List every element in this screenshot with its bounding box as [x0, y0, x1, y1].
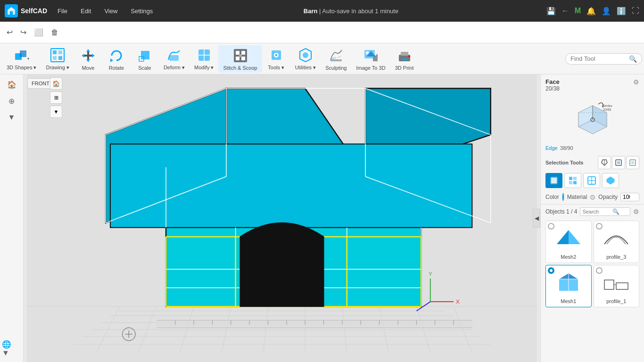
svg-rect-2 — [10, 11, 13, 15]
selection-info: Face 20/38 — [545, 78, 560, 92]
objects-search[interactable]: 🔍 — [580, 207, 630, 216]
project-name: Barn — [304, 8, 318, 15]
toolbar2: ↩ ↪ ⬜ 🗑 — [0, 22, 644, 43]
autosave-text: Auto-save in about 1 minute — [322, 8, 398, 15]
edge-info: Edge 38/90 — [545, 145, 573, 151]
svg-rect-137 — [569, 177, 572, 180]
user-icon[interactable]: 👤 — [602, 7, 611, 16]
obj-card-mesh1[interactable]: Mesh1 — [545, 265, 592, 307]
collapse-panel-button[interactable]: ◀ — [533, 209, 540, 228]
modify-icon — [196, 47, 213, 64]
tool-3d-shapes-label: 3D Shapes ▾ — [7, 65, 36, 71]
maintoolbar: ▾ 3D Shapes ▾ Drawing ▾ — [0, 43, 644, 74]
delete-button[interactable]: 🗑 — [48, 26, 61, 39]
objects-search-icon: 🔍 — [612, 208, 619, 215]
fullscreen-icon[interactable]: ⛶ — [632, 7, 639, 15]
tool-drawing[interactable]: Drawing ▾ — [41, 45, 74, 73]
3d-shapes-icon: ▾ — [13, 47, 30, 64]
center-icon[interactable]: ⊕ — [7, 95, 17, 107]
home-view-button[interactable]: 🏠 — [50, 77, 62, 90]
svg-point-34 — [303, 52, 308, 58]
arrow-down-view-button[interactable]: ▼ — [50, 106, 62, 118]
objects-search-input[interactable] — [582, 209, 611, 214]
sel-tool-3[interactable] — [626, 156, 639, 169]
arrow-down-icon[interactable]: ▼ — [6, 111, 17, 123]
tool-tools-label: Tools ▾ — [268, 65, 284, 71]
svg-rect-19 — [141, 51, 149, 59]
copy-button[interactable]: ⬜ — [31, 26, 46, 39]
tool-deform[interactable]: Deform ▾ — [159, 45, 190, 73]
objects-gear-icon[interactable]: ⚙ — [633, 208, 639, 215]
3d-print-icon — [396, 47, 413, 64]
tool-tools[interactable]: Tools ▾ — [262, 45, 290, 73]
color-picker[interactable] — [562, 193, 564, 201]
logo-icon — [5, 4, 18, 17]
save-icon[interactable]: 💾 — [546, 7, 556, 16]
svg-rect-97 — [157, 320, 472, 328]
tool-3d-print[interactable]: 3D Print — [390, 45, 419, 73]
menu-settings[interactable]: Settings — [128, 6, 156, 16]
obj-card-profile1[interactable]: profile_1 — [594, 265, 640, 307]
cube-navigator[interactable]: Vertex 20/60 — [541, 92, 644, 143]
svg-rect-134 — [631, 161, 634, 164]
obj-name-profile3: profile_3 — [606, 254, 626, 260]
search-icon: 🔍 — [629, 55, 637, 63]
svg-rect-26 — [241, 51, 245, 55]
svg-rect-140 — [573, 181, 577, 184]
obj-card-mesh2[interactable]: Mesh2 — [545, 221, 592, 263]
selection-tools-icons — [598, 156, 639, 169]
obj-card-profile3[interactable]: profile_3 — [594, 221, 640, 263]
tool-utilities[interactable]: Utilities ▾ — [290, 45, 321, 73]
tool-move[interactable]: Move — [74, 45, 102, 73]
find-tool-input[interactable] — [570, 55, 627, 62]
svg-marker-12 — [86, 59, 90, 62]
menu-file[interactable]: File — [55, 6, 70, 16]
center-view-button[interactable]: ⊞ — [50, 91, 62, 104]
svg-rect-20 — [169, 55, 179, 61]
material-label: Material — [567, 194, 587, 200]
wire-mode-button[interactable] — [583, 173, 600, 188]
svg-point-38 — [366, 51, 369, 54]
tool-3d-shapes[interactable]: ▾ 3D Shapes ▾ — [2, 45, 41, 73]
svg-rect-35 — [330, 59, 342, 61]
menu-view[interactable]: View — [101, 6, 120, 16]
tool-scale[interactable]: Scale — [131, 45, 159, 73]
opacity-label: Opacity — [598, 194, 618, 200]
sel-tool-2[interactable] — [612, 156, 625, 169]
material-icon[interactable]: ⊙ — [590, 193, 595, 201]
obj-name-mesh2: Mesh2 — [561, 254, 576, 260]
objects-header: Objects 1 / 4 🔍 ⚙ — [541, 204, 644, 219]
bell-icon[interactable]: 🔔 — [586, 7, 596, 16]
undo-button[interactable]: ↩ — [4, 26, 16, 39]
share-icon[interactable]: ← — [561, 7, 569, 15]
svg-text:20/60: 20/60 — [603, 108, 611, 111]
svg-rect-7 — [53, 50, 57, 54]
face-count: 20/38 — [545, 85, 560, 92]
objects-title: Objects 1 / 4 — [545, 208, 577, 215]
tool-modify[interactable]: Modify ▾ — [190, 45, 218, 73]
nav-down-icon[interactable]: ▼ — [0, 347, 11, 359]
obj-thumb-profile3 — [600, 224, 633, 252]
selection-tools-header: Selection Tools — [541, 154, 644, 171]
tool-sculpting[interactable]: Sculpting — [321, 45, 351, 73]
color-label: Color — [545, 194, 559, 200]
face-mode-button[interactable] — [545, 173, 562, 188]
find-tool[interactable]: 🔍 — [565, 53, 642, 65]
solid-mode-button[interactable] — [602, 173, 619, 188]
opacity-input[interactable] — [620, 193, 639, 201]
right-panel-gear-icon[interactable]: ⚙ — [633, 78, 639, 86]
obj-thumb-mesh1 — [552, 268, 585, 296]
m-icon[interactable]: M — [575, 7, 581, 15]
menu-edit[interactable]: Edit — [78, 6, 94, 16]
redo-button[interactable]: ↪ — [17, 26, 29, 39]
info-icon[interactable]: ℹ️ — [617, 7, 626, 16]
grid-mode-button[interactable] — [564, 173, 581, 188]
home-icon[interactable]: 🏠 — [5, 78, 18, 91]
tool-image-to-3d[interactable]: Image To 3D — [351, 45, 390, 73]
tool-3d-print-label: 3D Print — [395, 65, 414, 71]
tool-rotate[interactable]: Rotate — [102, 45, 131, 73]
image-to-3d-icon — [363, 47, 380, 64]
tool-drawing-label: Drawing ▾ — [46, 65, 69, 71]
tool-stitch-scoop[interactable]: Stitch & Scoop — [218, 45, 262, 73]
sel-tool-1[interactable] — [598, 156, 611, 169]
